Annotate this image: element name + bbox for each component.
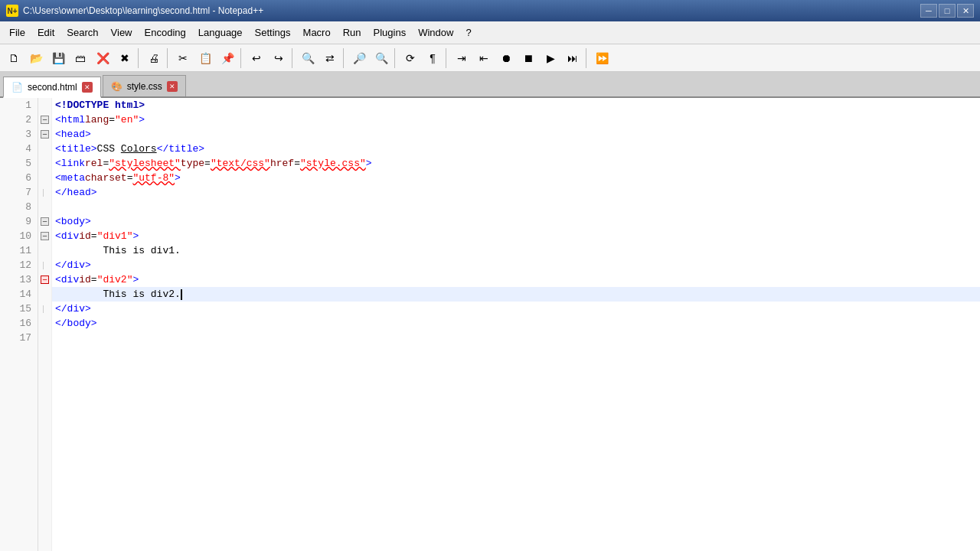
fold-marker-5	[38, 156, 51, 171]
menu-item-language[interactable]: Language	[192, 24, 249, 41]
menu-item-settings[interactable]: Settings	[249, 24, 297, 41]
fold-marker-14	[38, 287, 51, 302]
code-line-6[interactable]: <meta charset="utf-8">	[52, 171, 980, 185]
close-button[interactable]: ✕	[957, 4, 974, 18]
code-line-10[interactable]: <div id="div1">	[52, 229, 980, 243]
fold-marker-11	[38, 243, 51, 258]
maximize-button[interactable]: □	[939, 4, 956, 18]
copy-button[interactable]: 📋	[194, 48, 216, 68]
code-line-9[interactable]: <body>	[52, 214, 980, 229]
tab-style-css[interactable]: 🎨style.css✕	[103, 75, 186, 96]
line-number-16: 16	[0, 316, 38, 331]
title-bar: N+ C:\Users\owner\Desktop\learning\secon…	[0, 0, 980, 21]
allchars-button[interactable]: ¶	[422, 48, 443, 68]
line-number-17: 17	[0, 331, 38, 345]
toolbar-sep-6	[394, 48, 397, 68]
paste-button[interactable]: 📌	[217, 48, 238, 68]
macro-stop-button[interactable]: ⏹	[518, 48, 539, 68]
menu-item-edit[interactable]: Edit	[31, 24, 60, 41]
tab-bar: 📄second.html✕🎨style.css✕	[0, 72, 980, 98]
code-line-1[interactable]: <!DOCTYPE html>	[52, 98, 980, 112]
app-icon: N+	[6, 5, 18, 17]
toolbar-sep-1	[138, 48, 141, 68]
code-line-14[interactable]: This is div2.	[52, 287, 980, 302]
menu-item-search[interactable]: Search	[60, 24, 104, 41]
line-number-8: 8	[0, 200, 38, 214]
save-all-button[interactable]: 🗃	[70, 48, 91, 68]
line-number-6: 6	[0, 171, 38, 185]
fold-marker-12[interactable]	[38, 258, 51, 272]
fold-marker-1	[38, 98, 51, 112]
menu-item-file[interactable]: File	[3, 24, 31, 41]
line-numbers: 1234567891011121314151617	[0, 98, 38, 551]
tab-label: style.css	[127, 81, 162, 92]
line-number-4: 4	[0, 142, 38, 156]
toolbar-sep-8	[586, 48, 589, 68]
redo-button[interactable]: ↪	[268, 48, 289, 68]
macro-next-button[interactable]: ⏭	[562, 48, 583, 68]
open-button[interactable]: 📂	[25, 48, 47, 68]
code-area[interactable]: <!DOCTYPE html><html lang="en"> <head> <…	[52, 98, 980, 551]
zoom-out-button[interactable]: 🔍	[371, 48, 392, 68]
line-number-14: 14	[0, 287, 38, 302]
undo-button[interactable]: ↩	[246, 48, 267, 68]
code-line-17[interactable]	[52, 331, 980, 345]
tab-close-button[interactable]: ✕	[82, 82, 93, 93]
menu-item-view[interactable]: View	[105, 24, 139, 41]
code-line-13[interactable]: <div id="div2">	[52, 272, 980, 287]
close-all-button[interactable]: ✖	[114, 48, 136, 68]
outdent-button[interactable]: ⇤	[473, 48, 495, 68]
code-line-11[interactable]: This is div1.	[52, 243, 980, 258]
fold-marker-8	[38, 200, 51, 214]
close-file-button[interactable]: ❌	[92, 48, 113, 68]
fold-marker-15[interactable]	[38, 302, 51, 316]
cut-button[interactable]: ✂	[172, 48, 194, 68]
find-button[interactable]: 🔍	[297, 48, 318, 68]
run-button[interactable]: ⏩	[591, 48, 612, 68]
toolbar-sep-5	[343, 48, 346, 68]
indent-button[interactable]: ⇥	[451, 48, 472, 68]
editor-inner: 1234567891011121314151617 −−−−− <!DOCTYP…	[0, 98, 980, 551]
fold-marker-3[interactable]: −	[38, 127, 51, 142]
menu-item-encoding[interactable]: Encoding	[139, 24, 192, 41]
fold-marker-10[interactable]: −	[38, 229, 51, 243]
tab-second-html[interactable]: 📄second.html✕	[3, 77, 101, 98]
macro-play-button[interactable]: ▶	[540, 48, 561, 68]
toolbar-sep-3	[240, 48, 243, 68]
toolbar: 🗋 📂 💾 🗃 ❌ ✖ 🖨 ✂ 📋 📌 ↩ ↪ 🔍 ⇄ 🔎 🔍 ⟳ ¶ ⇥ ⇤ …	[0, 44, 980, 72]
fold-marker-17	[38, 331, 51, 345]
menu-item-window[interactable]: Window	[412, 24, 459, 41]
zoom-in-button[interactable]: 🔎	[348, 48, 370, 68]
code-line-5[interactable]: <link rel="stylesheet" type="text/css" h…	[52, 156, 980, 171]
fold-marker-13[interactable]: −	[38, 272, 51, 287]
code-line-12[interactable]: </div>	[52, 258, 980, 272]
menu-item-?[interactable]: ?	[459, 24, 477, 41]
fold-marker-16	[38, 316, 51, 331]
menu-item-run[interactable]: Run	[337, 24, 368, 41]
minimize-button[interactable]: ─	[920, 4, 937, 18]
tab-close-button[interactable]: ✕	[167, 81, 178, 92]
code-line-2[interactable]: <html lang="en">	[52, 112, 980, 127]
fold-marker-2[interactable]: −	[38, 112, 51, 127]
line-number-2: 2	[0, 112, 38, 127]
wordwrap-button[interactable]: ⟳	[400, 48, 421, 68]
editor: 1234567891011121314151617 −−−−− <!DOCTYP…	[0, 98, 980, 551]
line-number-11: 11	[0, 243, 38, 258]
fold-marker-9[interactable]: −	[38, 214, 51, 229]
macro-record-button[interactable]: ⏺	[495, 48, 517, 68]
code-line-7[interactable]: </head>	[52, 185, 980, 200]
code-line-16[interactable]: </body>	[52, 316, 980, 331]
replace-button[interactable]: ⇄	[319, 48, 341, 68]
new-button[interactable]: 🗋	[3, 48, 24, 68]
code-line-15[interactable]: </div>	[52, 302, 980, 316]
code-line-8[interactable]	[52, 200, 980, 214]
menu-item-plugins[interactable]: Plugins	[368, 24, 413, 41]
save-button[interactable]: 💾	[47, 48, 69, 68]
css-icon: 🎨	[111, 81, 122, 92]
menu-item-macro[interactable]: Macro	[297, 24, 337, 41]
code-line-3[interactable]: <head>	[52, 127, 980, 142]
code-line-4[interactable]: <title>CSS Colors</title>	[52, 142, 980, 156]
print-button[interactable]: 🖨	[143, 48, 165, 68]
toolbar-sep-4	[292, 48, 295, 68]
fold-marker-7[interactable]	[38, 185, 51, 200]
